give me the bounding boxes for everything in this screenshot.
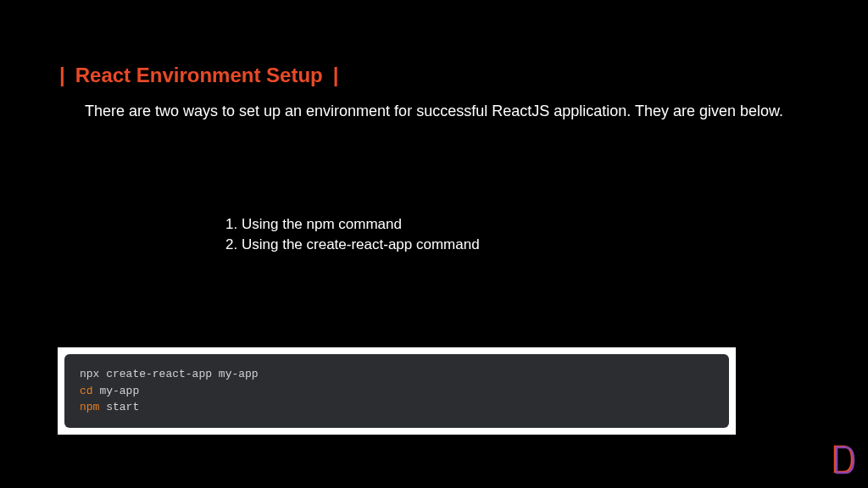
code-line: cd my-app	[80, 383, 714, 400]
code-line: npm start	[80, 399, 714, 416]
code-command: npm	[80, 401, 99, 413]
code-args: create-react-app my-app	[99, 368, 258, 380]
title-bar-left: |	[59, 64, 65, 87]
page-title: React Environment Setup	[75, 64, 323, 87]
page-title-wrapper: | React Environment Setup |	[59, 64, 339, 87]
code-block: npx create-react-app my-app cd my-app np…	[64, 354, 729, 428]
code-args: my-app	[93, 385, 140, 397]
brand-logo-icon	[832, 443, 855, 475]
code-args: start	[99, 401, 139, 413]
code-block-wrapper: npx create-react-app my-app cd my-app np…	[58, 347, 736, 435]
code-command: npx	[80, 368, 99, 380]
setup-methods-list: Using the npm command Using the create-r…	[220, 216, 480, 257]
list-item: Using the npm command	[242, 216, 480, 233]
code-line: npx create-react-app my-app	[80, 366, 714, 383]
list-item: Using the create-react-app command	[242, 236, 480, 253]
code-command: cd	[80, 385, 93, 397]
title-bar-right: |	[333, 64, 339, 87]
intro-paragraph: There are two ways to set up an environm…	[59, 100, 809, 123]
